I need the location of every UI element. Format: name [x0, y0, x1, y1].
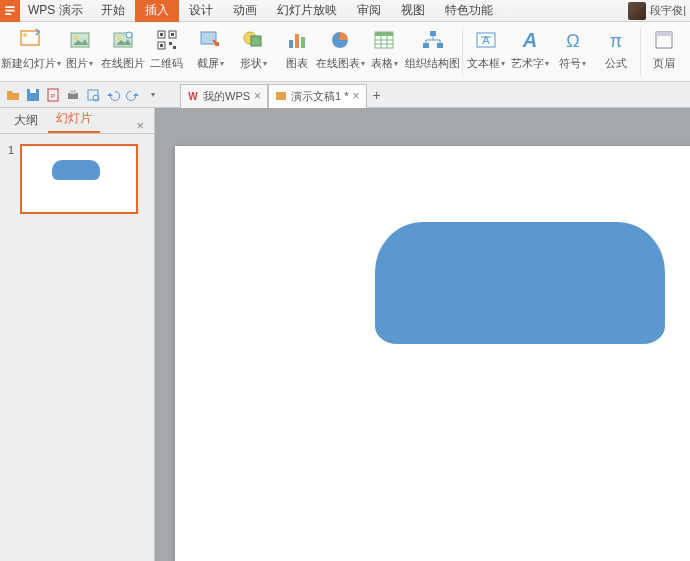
- rounded-rectangle-shape[interactable]: [375, 222, 665, 344]
- panel-close-icon[interactable]: ×: [132, 118, 148, 133]
- symbol-label: 符号: [559, 56, 581, 71]
- slides-tab[interactable]: 幻灯片: [48, 106, 100, 133]
- add-tab-button[interactable]: +: [367, 82, 387, 108]
- qat-dropdown[interactable]: ▾: [144, 86, 162, 104]
- svg-text:A: A: [483, 34, 491, 46]
- menu-tab-animation[interactable]: 动画: [223, 0, 267, 22]
- menu-tabs: 开始 插入 设计 动画 幻灯片放映 审阅 视图 特色功能: [91, 0, 503, 22]
- undo-button[interactable]: [104, 86, 122, 104]
- screenshot-label: 截屏: [197, 56, 219, 71]
- qr-icon: [153, 26, 181, 54]
- slide-canvas[interactable]: [175, 146, 690, 561]
- table-icon: [370, 26, 398, 54]
- app-logo: [0, 0, 20, 22]
- menu-tab-features[interactable]: 特色功能: [435, 0, 503, 22]
- image-icon: [66, 26, 94, 54]
- symbol-button[interactable]: Ω 符号▾: [551, 24, 594, 81]
- new-slide-button[interactable]: 新建幻灯片▾: [4, 24, 58, 81]
- table-button[interactable]: 表格▾: [362, 24, 405, 81]
- header-label: 页眉: [653, 56, 675, 71]
- menu-tab-view[interactable]: 视图: [391, 0, 435, 22]
- slide-panel: 大纲 幻灯片 × 1: [0, 108, 155, 561]
- svg-rect-0: [21, 31, 39, 45]
- screenshot-button[interactable]: 截屏▾: [189, 24, 232, 81]
- menu-tab-design[interactable]: 设计: [179, 0, 223, 22]
- formula-icon: π: [602, 26, 630, 54]
- doc-tab-label: 我的WPS: [203, 89, 250, 104]
- svg-text:W: W: [188, 91, 198, 102]
- menu-tab-slideshow[interactable]: 幻灯片放映: [267, 0, 347, 22]
- online-chart-button[interactable]: 在线图表▾: [318, 24, 362, 81]
- title-bar: WPS 演示 开始 插入 设计 动画 幻灯片放映 审阅 视图 特色功能 段宇俊|: [0, 0, 690, 22]
- online-image-label: 在线图片: [101, 56, 145, 71]
- menu-tab-review[interactable]: 审阅: [347, 0, 391, 22]
- qr-button[interactable]: 二维码: [145, 24, 188, 81]
- org-chart-label: 组织结构图: [405, 56, 460, 71]
- slide-thumbnail[interactable]: [20, 144, 138, 214]
- side-tabs: 大纲 幻灯片 ×: [0, 108, 154, 134]
- svg-rect-47: [276, 92, 286, 100]
- doc-tab-my-wps[interactable]: W 我的WPS ×: [180, 84, 268, 108]
- redo-button[interactable]: [124, 86, 142, 104]
- svg-point-3: [74, 36, 78, 40]
- textbox-button[interactable]: A 文本框▾: [465, 24, 508, 81]
- print-button[interactable]: [64, 86, 82, 104]
- doc-tab-presentation1[interactable]: 演示文稿1 * ×: [268, 84, 366, 108]
- outline-tab[interactable]: 大纲: [6, 108, 46, 133]
- online-chart-icon: [326, 26, 354, 54]
- user-name: 段宇俊|: [650, 3, 686, 18]
- online-image-icon: [109, 26, 137, 54]
- doc-tab-label: 演示文稿1 *: [291, 89, 348, 104]
- svg-rect-14: [173, 46, 176, 49]
- ribbon: 新建幻灯片▾ 图片▾ 在线图片 二维码 截屏▾ 形状▾ 图表 在线图表▾ 表格▾…: [0, 22, 690, 82]
- print-preview-button[interactable]: [84, 86, 102, 104]
- dropdown-icon: ▾: [582, 59, 586, 68]
- svg-text:P: P: [51, 93, 55, 99]
- online-image-button[interactable]: 在线图片: [101, 24, 145, 81]
- main-area: 大纲 幻灯片 × 1: [0, 108, 690, 561]
- online-chart-label: 在线图表: [316, 56, 360, 71]
- menu-tab-insert[interactable]: 插入: [135, 0, 179, 22]
- open-button[interactable]: [4, 86, 22, 104]
- svg-rect-39: [30, 89, 36, 93]
- symbol-icon: Ω: [559, 26, 587, 54]
- formula-button[interactable]: π 公式: [595, 24, 638, 81]
- svg-point-1: [23, 33, 27, 37]
- close-icon[interactable]: ×: [353, 89, 360, 103]
- document-tabs: W 我的WPS × 演示文稿1 * × +: [180, 82, 387, 108]
- qr-label: 二维码: [150, 56, 183, 71]
- canvas-area[interactable]: [155, 108, 690, 561]
- quick-access-toolbar: P ▾: [0, 86, 166, 104]
- chart-button[interactable]: 图表: [275, 24, 318, 81]
- svg-rect-27: [430, 31, 436, 36]
- org-chart-button[interactable]: 组织结构图: [406, 24, 460, 81]
- close-icon[interactable]: ×: [254, 89, 261, 103]
- svg-rect-22: [375, 32, 393, 36]
- shape-button[interactable]: 形状▾: [232, 24, 275, 81]
- dropdown-icon: ▾: [501, 59, 505, 68]
- header-icon: [650, 26, 678, 54]
- thumbnail-row[interactable]: 1: [8, 144, 146, 214]
- avatar: [628, 2, 646, 20]
- separator: [462, 28, 463, 76]
- image-button[interactable]: 图片▾: [58, 24, 101, 81]
- new-slide-label: 新建幻灯片: [1, 56, 56, 71]
- table-label: 表格: [371, 56, 393, 71]
- screenshot-icon: [196, 26, 224, 54]
- menu-tab-start[interactable]: 开始: [91, 0, 135, 22]
- chart-label: 图表: [286, 56, 308, 71]
- export-pdf-button[interactable]: P: [44, 86, 62, 104]
- svg-rect-11: [171, 33, 174, 36]
- chart-icon: [283, 26, 311, 54]
- textbox-icon: A: [472, 26, 500, 54]
- wordart-button[interactable]: A 艺术字▾: [508, 24, 551, 81]
- formula-label: 公式: [605, 56, 627, 71]
- svg-rect-28: [423, 43, 429, 48]
- svg-rect-18: [289, 40, 293, 48]
- save-button[interactable]: [24, 86, 42, 104]
- user-area[interactable]: 段宇俊|: [628, 2, 690, 20]
- svg-rect-29: [437, 43, 443, 48]
- svg-rect-43: [70, 90, 76, 94]
- svg-rect-10: [160, 33, 163, 36]
- header-button[interactable]: 页眉: [643, 24, 686, 81]
